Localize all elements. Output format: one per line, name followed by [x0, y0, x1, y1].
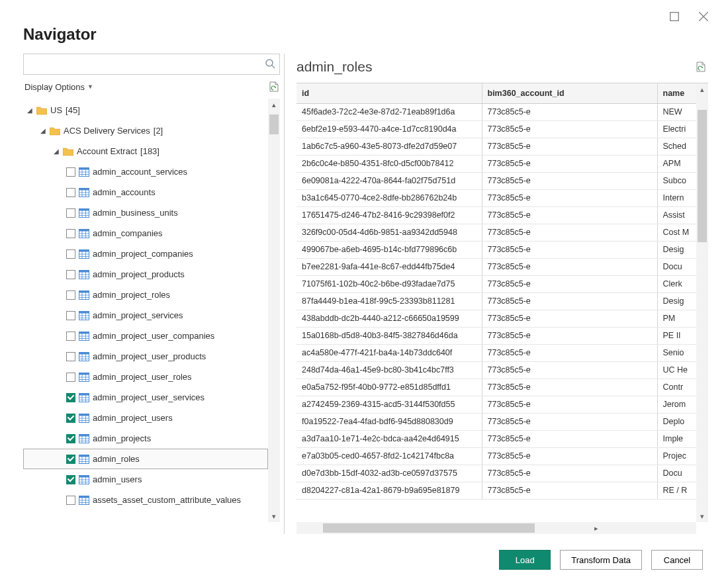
checkbox[interactable] — [66, 352, 75, 361]
tree-table-item[interactable]: admin_project_user_companies — [23, 326, 268, 346]
tree-table-item[interactable]: admin_project_users — [23, 408, 268, 428]
grid-vertical-scrollbar[interactable]: ▴ ▾ — [696, 83, 708, 522]
checkbox[interactable] — [66, 290, 75, 300]
table-row[interactable]: 326f9c00-05d4-4d6b-9851-aa9342dd5948773c… — [296, 224, 696, 241]
tree-table-item[interactable]: admin_project_roles — [23, 285, 268, 305]
column-header-id[interactable]: id — [296, 83, 482, 103]
table-row[interactable]: e7a03b05-ced0-4657-8fd2-1c42174fbc8a773c… — [296, 447, 696, 465]
cell-acct: 773c85c5-e — [482, 241, 657, 258]
cell-id: b7ee2281-9afa-441e-8c67-edd44fb75de4 — [296, 258, 482, 275]
search-icon[interactable] — [265, 58, 275, 71]
table-row[interactable]: 17651475-d246-47b2-8416-9c29398ef0f2773c… — [296, 206, 696, 224]
transform-data-button[interactable]: Transform Data — [560, 550, 642, 570]
scroll-thumb[interactable] — [698, 110, 707, 242]
checkbox[interactable] — [66, 332, 75, 341]
scroll-down-icon[interactable]: ▾ — [268, 510, 280, 522]
table-row[interactable]: 2b6c0c4e-b850-4351-8fc0-d5cf00b78412773c… — [296, 155, 696, 172]
tree-table-item[interactable]: admin_projects — [23, 428, 268, 449]
scroll-thumb[interactable] — [269, 114, 279, 134]
table-row[interactable]: 438abddb-dc2b-4440-a212-c66650a19599773c… — [296, 310, 696, 327]
table-row[interactable]: ac4a580e-477f-421f-ba4a-14b73ddc640f773c… — [296, 344, 696, 361]
tree-table-label: admin_account_services — [93, 167, 187, 177]
checkbox[interactable] — [66, 393, 75, 402]
collapse-icon[interactable]: ◢ — [26, 107, 33, 114]
tree-table-item[interactable]: admin_project_user_services — [23, 387, 268, 408]
table-row[interactable]: d0e7d3bb-15df-4032-ad3b-ce0597d37575773c… — [296, 465, 696, 482]
scroll-up-icon[interactable]: ▴ — [268, 99, 280, 111]
checkbox[interactable] — [66, 455, 75, 464]
table-row[interactable]: b7ee2281-9afa-441e-8c67-edd44fb75de4773c… — [296, 258, 696, 275]
cancel-button[interactable]: Cancel — [651, 550, 703, 570]
scroll-up-icon[interactable]: ▴ — [696, 83, 708, 95]
table-row[interactable]: 6ebf2e19-e593-4470-a4ce-1d7cc8190d4a773c… — [296, 120, 696, 138]
tree-table-item[interactable]: admin_users — [23, 469, 268, 490]
table-row[interactable]: a3d7aa10-1e71-4e2c-bdca-aa42e4d64915773c… — [296, 430, 696, 447]
table-row[interactable]: 71075f61-102b-40c2-b6be-d93fadae7d75773c… — [296, 275, 696, 292]
checkbox[interactable] — [66, 475, 75, 484]
checkbox[interactable] — [66, 249, 75, 259]
table-row[interactable]: 15a0168b-d5d8-40b3-84f5-3827846d46da773c… — [296, 327, 696, 344]
table-row[interactable]: a2742459-2369-4315-acd5-3144f530fd55773c… — [296, 396, 696, 413]
tree-scrollbar[interactable]: ▴ ▾ — [268, 99, 280, 522]
refresh-preview-icon[interactable] — [269, 81, 279, 92]
table-row[interactable]: f0a19522-7ea4-4fad-bdf6-945d880830d9773c… — [296, 413, 696, 430]
table-row[interactable]: 499067be-a6eb-4695-b14c-bfd779896c6b773c… — [296, 241, 696, 258]
tree-folder-acs[interactable]: ◢ ACS Delivery Services [2] — [23, 120, 268, 141]
checkbox[interactable] — [66, 311, 75, 320]
tree-folder-account-extract[interactable]: ◢ Account Extract [183] — [23, 141, 268, 161]
display-options-dropdown[interactable]: Display Options ▼ — [24, 82, 93, 92]
search-input-container[interactable] — [23, 54, 280, 75]
cell-name: Projec — [657, 447, 696, 465]
tree-table-label: admin_project_user_services — [93, 392, 205, 402]
refresh-data-icon[interactable] — [696, 62, 705, 72]
cell-name: Cost M — [657, 224, 696, 241]
tree-folder-us[interactable]: ◢ US [45] — [23, 100, 268, 120]
checkbox[interactable] — [66, 229, 75, 238]
checkbox[interactable] — [66, 373, 75, 382]
table-icon — [79, 332, 89, 341]
cell-id: a2742459-2369-4315-acd5-3144f530fd55 — [296, 396, 482, 413]
tree-table-item[interactable]: admin_business_units — [23, 202, 268, 223]
close-icon[interactable] — [699, 12, 708, 21]
tree-table-label: admin_project_user_roles — [93, 372, 192, 382]
load-button[interactable]: Load — [499, 550, 551, 570]
grid-horizontal-scrollbar[interactable]: ◂ ▸ — [296, 522, 696, 534]
search-input[interactable] — [28, 60, 265, 69]
table-row[interactable]: 87fa4449-b1ea-418f-99c5-23393b811281773c… — [296, 292, 696, 310]
cell-name: Docu — [657, 465, 696, 482]
checkbox[interactable] — [66, 414, 75, 423]
tree-table-item[interactable]: assets_asset_custom_attribute_values — [23, 490, 268, 510]
checkbox[interactable] — [66, 188, 75, 197]
table-row[interactable]: 1ab6c7c5-a960-43e5-8073-dfe2d7d59e07773c… — [296, 138, 696, 155]
collapse-icon[interactable]: ◢ — [40, 127, 46, 134]
tree-table-item[interactable]: admin_account_services — [23, 161, 268, 182]
tree-table-item[interactable]: admin_project_services — [23, 305, 268, 326]
maximize-icon[interactable] — [670, 12, 679, 21]
table-row[interactable]: 45f6ade3-72c2-4e3e-87d2-71eab89f1d6a773c… — [296, 103, 696, 120]
tree-table-item[interactable]: admin_project_user_products — [23, 346, 268, 367]
tree-table-item[interactable]: admin_project_products — [23, 264, 268, 285]
checkbox[interactable] — [66, 270, 75, 279]
scroll-thumb[interactable] — [323, 523, 535, 533]
column-header-name[interactable]: name — [657, 83, 696, 103]
tree-table-item[interactable]: admin_roles — [23, 449, 268, 469]
tree-table-item[interactable]: admin_accounts — [23, 182, 268, 202]
table-row[interactable]: 6e09081a-4222-470a-8644-fa02f75d751d773c… — [296, 172, 696, 189]
collapse-icon[interactable]: ◢ — [53, 148, 60, 155]
tree-table-item[interactable]: admin_project_user_roles — [23, 367, 268, 387]
table-header-row: id bim360_account_id name — [296, 83, 696, 103]
checkbox[interactable] — [66, 167, 75, 177]
checkbox[interactable] — [66, 434, 75, 443]
column-header-acct[interactable]: bim360_account_id — [482, 83, 657, 103]
table-row[interactable]: d8204227-c81a-42a1-8679-b9a695e81879773c… — [296, 482, 696, 499]
tree-table-item[interactable]: admin_companies — [23, 223, 268, 244]
checkbox[interactable] — [66, 208, 75, 218]
table-row[interactable]: b3a1c645-0770-4ce2-8dfe-bb286762b24b773c… — [296, 189, 696, 206]
table-row[interactable]: 248d74da-46a1-45e9-bc80-3b41c4bc7ff3773c… — [296, 361, 696, 379]
checkbox[interactable] — [66, 496, 75, 505]
tree-table-label: admin_accounts — [93, 187, 156, 197]
table-row[interactable]: e0a5a752-f95f-40b0-9772-e851d85dffd1773c… — [296, 379, 696, 396]
scroll-down-icon[interactable]: ▾ — [696, 510, 708, 522]
cell-acct: 773c85c5-e — [482, 292, 657, 310]
tree-table-item[interactable]: admin_project_companies — [23, 244, 268, 264]
